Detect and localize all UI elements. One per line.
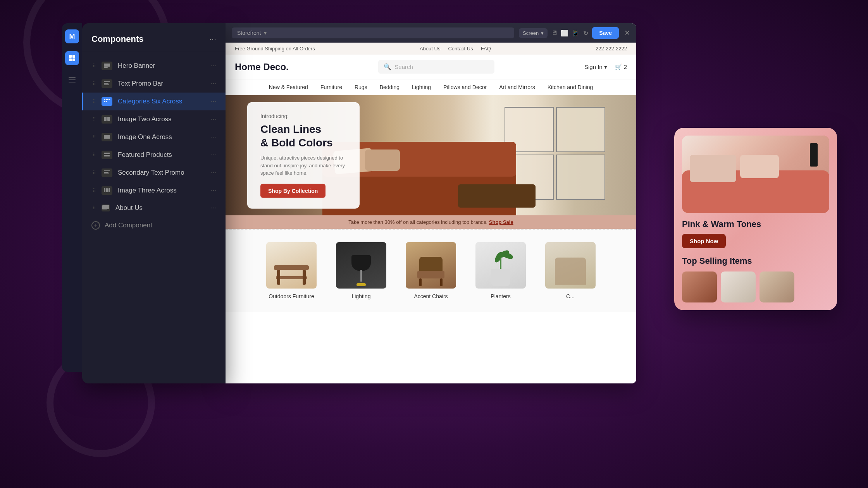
promo-bar: Take more than 30% off on all categories… bbox=[226, 215, 636, 229]
url-text: Storefront bbox=[237, 30, 261, 36]
category-img-furniture bbox=[266, 242, 317, 289]
save-button[interactable]: Save bbox=[592, 27, 619, 39]
cart-button[interactable]: 🛒 2 bbox=[615, 64, 627, 70]
main-wrapper: Components ⋯ ⠿ Hero Banner ⋯ ⠿ bbox=[62, 23, 636, 383]
category-item-furniture[interactable]: Outdoors Furniture bbox=[260, 242, 322, 299]
faq-link[interactable]: FAQ bbox=[481, 46, 491, 52]
nav-art[interactable]: Art and Mirrors bbox=[499, 84, 535, 90]
url-bar[interactable]: Storefront ▾ bbox=[232, 27, 514, 38]
product-thumb-2[interactable] bbox=[721, 271, 756, 302]
browser-window: Storefront ▾ Screen ▾ 🖥 ⬜ 📱 ↻ Save ✕ bbox=[226, 23, 636, 383]
product-thumb-1[interactable] bbox=[682, 271, 717, 302]
drag-handle[interactable]: ⠿ bbox=[93, 134, 96, 140]
category-item-misc[interactable]: C... bbox=[539, 242, 601, 299]
url-dropdown-icon: ▾ bbox=[264, 30, 267, 36]
close-button[interactable]: ✕ bbox=[624, 29, 630, 37]
component-menu-categories[interactable]: ⋯ bbox=[211, 98, 216, 105]
product-thumbnails bbox=[682, 271, 829, 302]
component-icon-text bbox=[102, 79, 112, 88]
nav-bedding[interactable]: Bedding bbox=[380, 84, 400, 90]
svg-rect-25 bbox=[106, 155, 108, 156]
component-name-image-three: Image Three Across bbox=[118, 187, 205, 194]
component-menu-image-three[interactable]: ⋯ bbox=[211, 187, 216, 194]
svg-rect-7 bbox=[104, 64, 110, 67]
add-component-button[interactable]: + Add Component bbox=[82, 217, 226, 234]
promo-link[interactable]: Shop Sale bbox=[489, 219, 513, 225]
planter-icon bbox=[487, 251, 514, 286]
component-name-categories-six: Categories Six Across bbox=[118, 98, 205, 105]
category-name-lighting: Lighting bbox=[351, 293, 370, 299]
nav-lighting[interactable]: Lighting bbox=[412, 84, 431, 90]
svg-rect-27 bbox=[104, 170, 110, 171]
screen-selector[interactable]: Screen ▾ bbox=[519, 28, 548, 38]
nav-rugs[interactable]: Rugs bbox=[355, 84, 367, 90]
cushion-2 bbox=[365, 149, 400, 171]
component-item-about[interactable]: ⠿ About Us ⋯ bbox=[82, 199, 226, 217]
refresh-button[interactable]: ↻ bbox=[583, 29, 588, 37]
about-us-link[interactable]: About Us bbox=[420, 46, 440, 52]
svg-rect-3 bbox=[72, 58, 75, 61]
sidebar-icon-bar: M bbox=[62, 23, 82, 372]
sign-in-button[interactable]: Sign In ▾ bbox=[584, 64, 607, 70]
panel-menu-button[interactable]: ⋯ bbox=[209, 35, 216, 43]
screen-label: Screen bbox=[523, 30, 539, 36]
component-item-image-two[interactable]: ⠿ Image Two Across ⋯ bbox=[82, 110, 226, 128]
drag-handle[interactable]: ⠿ bbox=[93, 188, 96, 193]
component-item-featured[interactable]: ⠿ Featured Products ⋯ bbox=[82, 146, 226, 164]
contact-link[interactable]: Contact Us bbox=[448, 46, 473, 52]
drag-handle[interactable]: ⠿ bbox=[93, 205, 96, 211]
phone-number: 222-222-2222 bbox=[596, 46, 627, 52]
component-menu-text-promo[interactable]: ⋯ bbox=[211, 81, 216, 87]
desktop-icon[interactable]: 🖥 bbox=[551, 29, 558, 36]
components-panel: Components ⋯ ⠿ Hero Banner ⋯ ⠿ bbox=[82, 23, 226, 383]
component-menu-image-two[interactable]: ⋯ bbox=[211, 116, 216, 122]
nav-new-featured[interactable]: New & Featured bbox=[269, 84, 308, 90]
category-item-chairs[interactable]: Accent Chairs bbox=[400, 242, 462, 299]
popup-shop-button[interactable]: Shop Now bbox=[682, 234, 726, 248]
component-menu-hero[interactable]: ⋯ bbox=[211, 63, 216, 69]
sidebar-item-components[interactable] bbox=[65, 51, 79, 65]
cart-icon: 🛒 bbox=[615, 64, 622, 70]
category-img-planters bbox=[475, 242, 526, 289]
svg-rect-30 bbox=[104, 188, 105, 192]
drag-handle[interactable]: ⠿ bbox=[93, 63, 96, 69]
component-item-secondary-text[interactable]: ⠿ Secondary Text Promo ⋯ bbox=[82, 164, 226, 182]
component-menu-featured[interactable]: ⋯ bbox=[211, 152, 216, 158]
header-actions: Sign In ▾ 🛒 2 bbox=[584, 64, 627, 70]
component-item-image-one[interactable]: ⠿ Image One Across ⋯ bbox=[82, 128, 226, 146]
component-item-image-three[interactable]: ⠿ Image Three Across ⋯ bbox=[82, 182, 226, 199]
svg-rect-14 bbox=[107, 99, 108, 100]
store-nav: New & Featured Furniture Rugs Bedding Li… bbox=[226, 79, 636, 95]
search-bar[interactable]: 🔍 Search bbox=[378, 60, 494, 74]
nav-pillows[interactable]: Pillows and Decor bbox=[443, 84, 487, 90]
component-item-hero-banner[interactable]: ⠿ Hero Banner ⋯ bbox=[82, 57, 226, 75]
mobile-icon[interactable]: 📱 bbox=[572, 29, 579, 37]
drag-handle[interactable]: ⠿ bbox=[93, 117, 96, 122]
tablet-icon[interactable]: ⬜ bbox=[561, 29, 568, 37]
nav-furniture[interactable]: Furniture bbox=[320, 84, 342, 90]
component-item-categories-six[interactable]: ⠿ Categories Six Across ⋯ bbox=[82, 93, 226, 110]
component-menu-secondary-text[interactable]: ⋯ bbox=[211, 170, 216, 176]
svg-rect-16 bbox=[104, 101, 105, 102]
component-name-secondary-text: Secondary Text Promo bbox=[118, 169, 205, 177]
component-item-text-promo[interactable]: ⠿ Text Promo Bar ⋯ bbox=[82, 75, 226, 93]
svg-rect-17 bbox=[106, 101, 107, 102]
hero-cta-button[interactable]: Shop By Collection bbox=[260, 184, 326, 198]
component-menu-image-one[interactable]: ⋯ bbox=[211, 134, 216, 140]
svg-rect-31 bbox=[106, 188, 108, 192]
svg-rect-21 bbox=[104, 153, 106, 154]
product-thumb-3[interactable] bbox=[760, 271, 794, 302]
category-item-planters[interactable]: Planters bbox=[470, 242, 532, 299]
drag-handle[interactable]: ⠿ bbox=[93, 170, 96, 175]
drag-handle[interactable]: ⠿ bbox=[93, 99, 96, 104]
component-menu-about[interactable]: ⋯ bbox=[211, 205, 216, 211]
component-icon-categories bbox=[102, 97, 112, 106]
svg-rect-9 bbox=[104, 81, 110, 82]
hero-content-card: Introducing: Clean Lines& Bold Colors Un… bbox=[247, 102, 360, 209]
category-item-lighting[interactable]: Lighting bbox=[330, 242, 392, 299]
nav-kitchen[interactable]: Kitchen and Dining bbox=[548, 84, 593, 90]
drag-handle[interactable]: ⠿ bbox=[93, 81, 96, 86]
sidebar-item-layers[interactable] bbox=[65, 73, 79, 87]
drag-handle[interactable]: ⠿ bbox=[93, 152, 96, 158]
add-icon: + bbox=[91, 221, 100, 230]
